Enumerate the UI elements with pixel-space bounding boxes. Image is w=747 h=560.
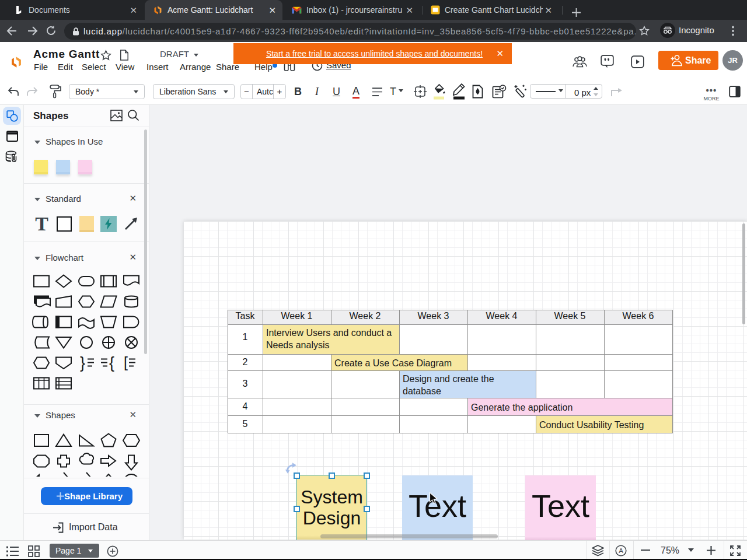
svg-text:{: { bbox=[109, 354, 114, 372]
svg-text:}: } bbox=[80, 354, 85, 372]
svg-text:A: A bbox=[619, 547, 623, 554]
svg-text:[: [ bbox=[124, 354, 128, 370]
